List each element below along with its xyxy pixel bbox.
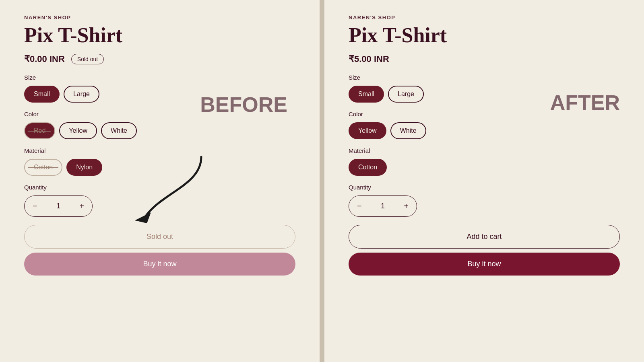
left-size-options: Small Large <box>24 86 295 103</box>
left-color-white[interactable]: White <box>101 122 137 139</box>
left-size-large[interactable]: Large <box>64 86 99 103</box>
right-size-large[interactable]: Large <box>388 86 424 103</box>
after-panel: NAREN'S SHOP Pix T-Shirt ₹5.00 INR Size … <box>324 0 644 362</box>
right-size-options: Small Large <box>349 86 620 103</box>
right-size-small[interactable]: Small <box>349 86 384 103</box>
left-size-small[interactable]: Small <box>24 86 60 103</box>
right-material-label: Material <box>349 147 620 154</box>
left-material-cotton[interactable]: Cotton <box>24 159 62 176</box>
left-size-label: Size <box>24 74 295 81</box>
left-quantity-section: Quantity − 1 + <box>24 184 295 217</box>
left-qty-minus[interactable]: − <box>25 196 45 216</box>
left-material-label: Material <box>24 147 295 154</box>
left-sold-out-button: Sold out <box>24 225 295 249</box>
left-shop-name: NAREN'S SHOP <box>24 14 295 21</box>
right-material-cotton[interactable]: Cotton <box>349 159 387 176</box>
left-qty-value: 1 <box>45 202 72 210</box>
right-price: ₹5.00 INR <box>349 54 389 64</box>
left-qty-plus[interactable]: + <box>71 196 92 216</box>
right-add-to-cart-button[interactable]: Add to cart <box>349 225 620 249</box>
left-color-yellow[interactable]: Yellow <box>59 122 97 139</box>
right-shop-name: NAREN'S SHOP <box>349 14 620 21</box>
right-product-title: Pix T-Shirt <box>349 24 620 47</box>
right-quantity-label: Quantity <box>349 184 620 191</box>
left-color-label: Color <box>24 111 295 117</box>
right-buy-now-button[interactable]: Buy it now <box>349 253 620 276</box>
left-price: ₹0.00 INR <box>24 54 65 64</box>
left-price-row: ₹0.00 INR Sold out <box>24 54 295 64</box>
left-color-options: Red Yellow White <box>24 122 295 139</box>
right-qty-minus[interactable]: − <box>349 196 370 216</box>
right-qty-plus[interactable]: + <box>396 196 417 216</box>
left-material-nylon[interactable]: Nylon <box>66 159 102 176</box>
right-quantity-control: − 1 + <box>349 195 417 217</box>
right-color-white[interactable]: White <box>390 122 426 139</box>
left-quantity-control: − 1 + <box>24 195 93 217</box>
right-color-label: Color <box>349 111 620 117</box>
left-material-options: Cotton Nylon <box>24 159 295 176</box>
panel-divider <box>320 0 324 362</box>
left-color-red[interactable]: Red <box>24 122 55 139</box>
before-panel: NAREN'S SHOP Pix T-Shirt ₹0.00 INR Sold … <box>0 0 320 362</box>
right-qty-value: 1 <box>370 202 396 210</box>
right-color-yellow[interactable]: Yellow <box>349 122 386 139</box>
right-color-options: Yellow White <box>349 122 620 139</box>
left-product-title: Pix T-Shirt <box>24 24 295 47</box>
right-size-label: Size <box>349 74 620 81</box>
left-quantity-label: Quantity <box>24 184 295 191</box>
left-buy-now-button[interactable]: Buy it now <box>24 253 295 276</box>
left-sold-out-badge: Sold out <box>71 54 104 64</box>
right-material-options: Cotton <box>349 159 620 176</box>
right-quantity-section: Quantity − 1 + <box>349 184 620 217</box>
right-price-row: ₹5.00 INR <box>349 54 620 64</box>
